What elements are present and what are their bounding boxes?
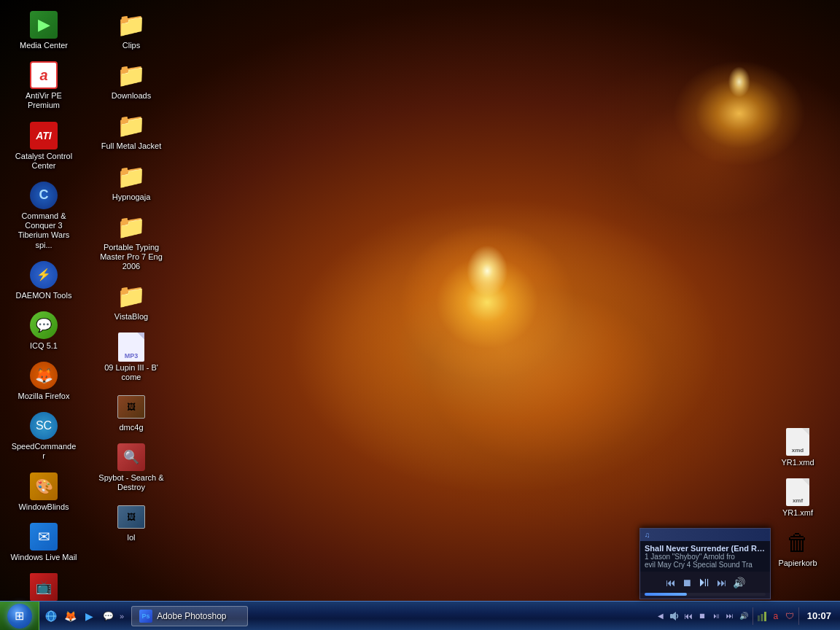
system-clock[interactable]: 10:07 [801,602,837,631]
player-stop-button[interactable]: ⏹ [680,576,694,589]
desktop-icons-column-2: 📁 Clips 📁 Downloads 📁 Full Metal Jacket … [88,0,175,553]
desktop-icon-ati-label: Catalyst Control Center [10,152,77,171]
spybot-icon: 🔍 [123,449,139,465]
system-tray: ◀ ⏮ ⏹ ⏯ ⏭ 🔊 a 🛡 10:07 [651,602,840,631]
desktop-icon-yr1-xmd[interactable]: xmd YR1.xmd [761,423,834,472]
media-player-title-bar: ♫ [640,529,770,541]
clock-time: 10:07 [807,610,831,621]
mp3-label: MP3 [125,352,139,359]
desktop-icon-yr1-xmd-label: YR1.xmd [781,458,814,467]
desktop-icon-lol-label: lol [127,533,135,542]
desktop-icon-icq[interactable]: 💬 ICQ 5.1 [7,306,80,355]
media-player-progress-bar-container[interactable] [645,593,766,596]
folder-icon-5: 📁 [117,213,146,241]
desktop-icon-papierkorb-label: Papierkorb [778,559,817,568]
desktop-icon-spybot[interactable]: 🔍 Spybot - Search & Destroy [95,438,168,497]
image-thumbnail-icon: 🖼 [127,402,136,412]
media-player-progress-fill [645,593,687,596]
desktop-icon-yr1-xmf[interactable]: xmf YR1.xmf [761,473,834,522]
taskbar-active-window-photoshop[interactable]: Ps Adobe Photoshop [131,606,248,626]
tray-icon-next[interactable]: ⏭ [723,610,736,623]
desktop-icon-daemon-label: DAEMON Tools [16,291,72,300]
tray-icon-stop[interactable]: ⏹ [696,610,709,623]
taskbar-icon-wmp[interactable]: ▶ [80,607,98,625]
windows-orb-icon [7,604,32,629]
tray-icon-network[interactable] [755,610,769,623]
desktop-icon-windowblinds[interactable]: 🎨 WindowBlinds [7,467,80,516]
taskbar-expand-button[interactable]: » [118,612,125,621]
desktop-icon-vistablog-label: VistaBlog [114,312,148,322]
desktop-icon-windowblinds-label: WindowBlinds [18,502,69,512]
desktop-icon-full-metal-jacket[interactable]: 📁 Full Metal Jacket [95,106,168,155]
desktop-icon-clips-label: Clips [122,41,140,50]
tray-icon-audio[interactable] [668,610,681,623]
desktop-icon-wlm-label: Windows Live Mail [10,553,77,562]
yr1-xmf-file-icon: xmf [786,478,809,506]
desktop-icon-vistablog[interactable]: 📁 VistaBlog [95,277,168,326]
desktop-icon-speedcommander[interactable]: SC SpeedCommander [7,407,80,465]
tray-icon-play-pause[interactable]: ⏯ [709,610,723,623]
taskbar-icon-ie[interactable] [42,607,60,625]
desktop-icon-firefox[interactable]: 🦊 Mozilla Firefox [7,357,80,405]
player-play-pause-button[interactable]: ⏯ [696,574,713,591]
desktop-icon-portable-typing[interactable]: 📁 Portable Typing Master Pro 7 Eng 2006 [95,208,168,276]
tray-divider-2 [798,607,799,625]
media-player-popup[interactable]: ♫ Shall Never Surrender (End Roll) 1 Jas… [639,528,771,599]
desktop-icons-column-1: ▶ Media Center a AntiVir PE Premium ATI … [0,0,88,623]
svg-rect-7 [764,612,766,621]
taskbar-quick-launch: 🦊 ▶ 💬 » [39,607,128,625]
desktop-icon-dmc4g-label: dmc4g [119,423,143,432]
desktop-icon-hypnogaja-label: Hypnogaja [112,192,151,202]
media-player-title: ♫ [645,531,650,539]
desktop-icon-papierkorb[interactable]: 🗑 Papierkorb [761,524,834,572]
media-player-track-info: Shall Never Surrender (End Roll) 1 Jason… [640,541,770,572]
taskbar-icon-firefox[interactable]: 🦊 [61,607,79,625]
tray-icon-prev[interactable]: ⏮ [682,610,695,623]
player-volume-button[interactable]: 🔊 [731,576,747,589]
desktop-icon-icq-label: ICQ 5.1 [30,341,58,351]
desktop-icon-antivir[interactable]: a AntiVir PE Premium [7,56,80,114]
tray-icon-volume[interactable]: 🔊 [737,610,750,623]
svg-rect-3 [670,614,673,618]
media-player-track-line1: 1 Jason "Shyboy" Arnold fro [645,553,766,561]
yr1-xmd-ext-label: xmd [792,447,804,454]
desktop-icon-spybot-label: Spybot - Search & Destroy [98,473,165,492]
desktop-icons-right: xmd YR1.xmd xmf YR1.xmf 🗑 Papierkorb [761,423,834,573]
player-prev-button[interactable]: ⏮ [664,576,678,589]
desktop-icon-cnc[interactable]: C Command & Conquer 3 Tiberium Wars spi.… [7,176,80,254]
tray-expand-button[interactable]: ◀ [654,610,667,623]
desktop-icon-media-center-label: Media Center [20,41,68,50]
desktop-icon-downloads[interactable]: 📁 Downloads [95,56,168,105]
start-button[interactable] [0,602,39,631]
svg-rect-6 [761,614,763,621]
photoshop-taskbar-icon: Ps [139,610,152,623]
desktop-icon-lol[interactable]: 🖼 lol [95,498,168,547]
media-player-track-title: Shall Never Surrender (End Roll) [645,544,766,553]
desktop-icon-hypnogaja[interactable]: 📁 Hypnogaja [95,158,168,206]
desktop-icon-dmc4g[interactable]: 🖼 dmc4g [95,388,168,437]
desktop-icon-windows-live-mail[interactable]: ✉ Windows Live Mail [7,518,80,567]
desktop-icon-media-center[interactable]: ▶ Media Center [7,6,80,55]
tray-icon-shield[interactable]: 🛡 [783,610,796,623]
tray-icon-antivir[interactable]: a [769,610,782,623]
lol-image-icon: 🖼 [127,512,136,522]
media-player-controls: ⏮ ⏹ ⏯ ⏭ 🔊 [640,572,770,593]
folder-icon-2: 📁 [117,61,146,89]
player-next-button[interactable]: ⏭ [715,576,729,589]
ati-logo-icon: ATI [30,122,58,149]
desktop-icon-cnc-label: Command & Conquer 3 Tiberium Wars spi... [10,211,77,250]
folder-icon-4: 📁 [117,163,146,190]
desktop-icon-lupin-mp3[interactable]: MP3 09 Lupin III - B' come [95,328,168,386]
taskbar-icon-messenger[interactable]: 💬 [99,607,117,625]
svg-marker-4 [673,612,676,621]
folder-icon: 📁 [117,11,146,39]
folder-icon-6: 📁 [117,282,146,310]
desktop-icon-yr1-xmf-label: YR1.xmf [782,508,813,518]
desktop-icon-portable-typing-label: Portable Typing Master Pro 7 Eng 2006 [98,243,165,272]
desktop-icon-downloads-label: Downloads [112,91,151,101]
tray-divider [752,607,753,625]
desktop-icon-ati-catalyst[interactable]: ATI Catalyst Control Center [7,117,80,175]
desktop-icon-daemon-tools[interactable]: ⚡ DAEMON Tools [7,256,80,305]
desktop-icon-speedcommander-label: SpeedCommander [10,442,77,461]
desktop-icon-clips[interactable]: 📁 Clips [95,6,168,55]
